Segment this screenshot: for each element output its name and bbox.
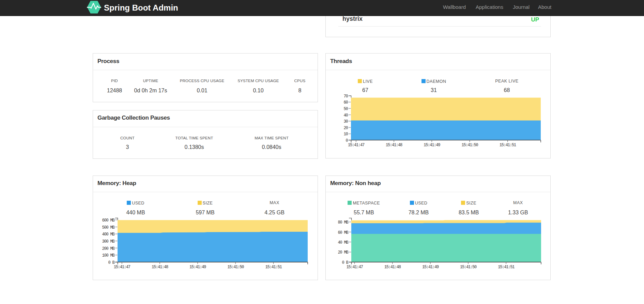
svg-text:300 MB: 300 MB [102,239,114,244]
svg-text:15:41:51: 15:41:51 [500,143,516,148]
svg-text:400 MB: 400 MB [102,232,114,237]
svg-text:15:41:49: 15:41:49 [422,265,439,270]
svg-text:15:41:50: 15:41:50 [227,265,244,270]
svg-text:40: 40 [343,113,348,118]
svg-text:80 MB: 80 MB [338,220,348,225]
svg-text:15:41:48: 15:41:48 [152,265,168,270]
svg-text:70: 70 [343,94,348,99]
svg-text:15:41:49: 15:41:49 [424,143,440,148]
svg-text:200 MB: 200 MB [102,246,114,251]
svg-text:40 MB: 40 MB [338,240,348,245]
svg-text:15:41:50: 15:41:50 [461,143,478,148]
svg-text:15:41:49: 15:41:49 [189,265,206,270]
svg-text:15:41:48: 15:41:48 [386,143,402,148]
svg-text:15:41:47: 15:41:47 [114,265,131,270]
svg-text:500 MB: 500 MB [102,225,114,230]
svg-text:100 MB: 100 MB [102,253,114,258]
svg-text:20: 20 [343,126,348,131]
svg-text:30: 30 [343,119,348,124]
svg-text:50: 50 [343,107,348,111]
svg-text:15:41:47: 15:41:47 [346,265,363,270]
svg-text:0: 0 [346,138,348,143]
svg-text:15:41:51: 15:41:51 [498,265,515,270]
svg-text:60: 60 [343,100,348,105]
svg-text:20 MB: 20 MB [338,250,348,255]
svg-text:10: 10 [343,132,348,137]
svg-text:0 B: 0 B [108,260,114,265]
svg-text:15:41:51: 15:41:51 [265,265,282,270]
svg-text:15:41:50: 15:41:50 [460,265,477,270]
svg-text:60 MB: 60 MB [338,230,348,235]
svg-text:15:41:48: 15:41:48 [384,265,401,270]
svg-text:600 MB: 600 MB [102,218,114,223]
svg-text:15:41:47: 15:41:47 [348,143,365,148]
svg-text:0 B: 0 B [342,260,348,265]
